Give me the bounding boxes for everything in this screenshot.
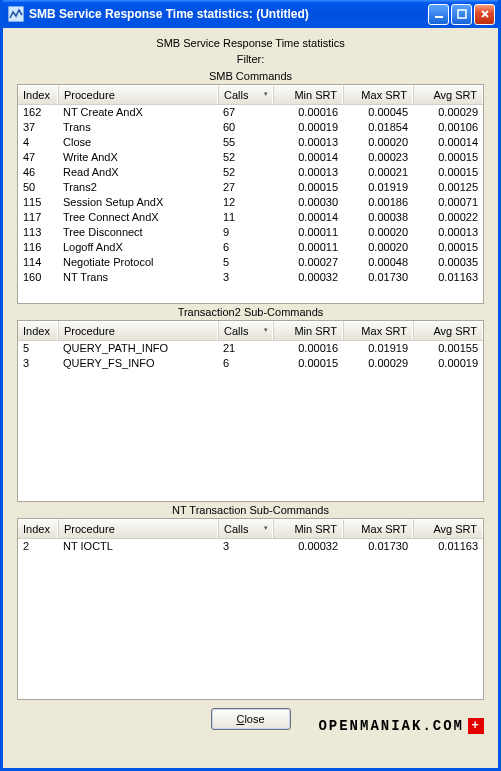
table-row[interactable]: 115Session Setup AndX120.000300.001860.0…: [18, 195, 483, 210]
cell-avg-srt: 0.00015: [413, 240, 483, 255]
cell-index: 4: [18, 135, 58, 150]
cell-index: 46: [18, 165, 58, 180]
cell-max-srt: 0.00020: [343, 225, 413, 240]
cell-avg-srt: 0.01163: [413, 270, 483, 285]
cell-min-srt: 0.00030: [273, 195, 343, 210]
col-index[interactable]: Index: [18, 519, 58, 538]
cell-calls: 6: [218, 240, 273, 255]
cell-index: 113: [18, 225, 58, 240]
cell-avg-srt: 0.00015: [413, 165, 483, 180]
watermark: OPENMANIAK.COM +: [318, 718, 484, 734]
cell-calls: 52: [218, 165, 273, 180]
cell-calls: 5: [218, 255, 273, 270]
table-row[interactable]: 37Trans600.000190.018540.00106: [18, 120, 483, 135]
col-avg-srt[interactable]: Avg SRT: [413, 321, 483, 340]
col-calls[interactable]: Calls▾: [218, 321, 273, 340]
cell-avg-srt: 0.00013: [413, 225, 483, 240]
table-row[interactable]: 4Close550.000130.000200.00014: [18, 135, 483, 150]
cell-avg-srt: 0.00035: [413, 255, 483, 270]
content: SMB Service Response Time statistics Fil…: [3, 28, 498, 768]
table-row[interactable]: 46Read AndX520.000130.000210.00015: [18, 165, 483, 180]
maximize-button[interactable]: [451, 4, 472, 25]
table-row[interactable]: 160NT Trans30.000320.017300.01163: [18, 270, 483, 285]
minimize-button[interactable]: [428, 4, 449, 25]
col-procedure[interactable]: Procedure: [58, 519, 218, 538]
svg-rect-2: [458, 10, 466, 18]
close-window-button[interactable]: [474, 4, 495, 25]
cell-max-srt: 0.00186: [343, 195, 413, 210]
col-max-srt[interactable]: Max SRT: [343, 85, 413, 104]
cell-procedure: QUERY_PATH_INFO: [58, 341, 218, 356]
trans2-body[interactable]: 5QUERY_PATH_INFO210.000160.019190.001553…: [18, 341, 483, 501]
cell-min-srt: 0.00016: [273, 341, 343, 356]
cell-min-srt: 0.00014: [273, 210, 343, 225]
titlebar[interactable]: SMB Service Response Time statistics: (U…: [3, 0, 498, 28]
trans2-table: Index Procedure Calls▾ Min SRT Max SRT A…: [17, 320, 484, 502]
cell-index: 162: [18, 105, 58, 120]
col-avg-srt[interactable]: Avg SRT: [413, 519, 483, 538]
cell-max-srt: 0.00048: [343, 255, 413, 270]
col-min-srt[interactable]: Min SRT: [273, 85, 343, 104]
cell-min-srt: 0.00013: [273, 165, 343, 180]
cell-max-srt: 0.00038: [343, 210, 413, 225]
col-max-srt[interactable]: Max SRT: [343, 321, 413, 340]
table-row[interactable]: 5QUERY_PATH_INFO210.000160.019190.00155: [18, 341, 483, 356]
cell-calls: 12: [218, 195, 273, 210]
table-row[interactable]: 47Write AndX520.000140.000230.00015: [18, 150, 483, 165]
cell-index: 115: [18, 195, 58, 210]
cell-index: 37: [18, 120, 58, 135]
cell-index: 47: [18, 150, 58, 165]
app-icon: [8, 6, 24, 22]
section-label-smb: SMB Commands: [17, 70, 484, 82]
cell-calls: 3: [218, 539, 273, 554]
table-row[interactable]: 50Trans2270.000150.019190.00125: [18, 180, 483, 195]
cell-procedure: Session Setup AndX: [58, 195, 218, 210]
bottom-bar: Close OPENMANIAK.COM +: [17, 700, 484, 734]
caption-line1: SMB Service Response Time statistics: [17, 36, 484, 50]
table-row[interactable]: 114Negotiate Protocol50.000270.000480.00…: [18, 255, 483, 270]
close-button[interactable]: Close: [211, 708, 291, 730]
cell-procedure: Write AndX: [58, 150, 218, 165]
cell-index: 5: [18, 341, 58, 356]
sort-indicator-icon: ▾: [264, 326, 268, 334]
cell-index: 3: [18, 356, 58, 371]
cell-procedure: Close: [58, 135, 218, 150]
table-row[interactable]: 162NT Create AndX670.000160.000450.00029: [18, 105, 483, 120]
cell-max-srt: 0.01730: [343, 539, 413, 554]
col-procedure[interactable]: Procedure: [58, 85, 218, 104]
table-row[interactable]: 2NT IOCTL30.000320.017300.01163: [18, 539, 483, 554]
cell-min-srt: 0.00019: [273, 120, 343, 135]
col-calls[interactable]: Calls▾: [218, 519, 273, 538]
col-index[interactable]: Index: [18, 85, 58, 104]
cell-min-srt: 0.00015: [273, 180, 343, 195]
smb-body[interactable]: 162NT Create AndX670.000160.000450.00029…: [18, 105, 483, 303]
col-min-srt[interactable]: Min SRT: [273, 321, 343, 340]
col-avg-srt[interactable]: Avg SRT: [413, 85, 483, 104]
watermark-text: OPENMANIAK.COM: [318, 718, 464, 734]
cell-calls: 60: [218, 120, 273, 135]
cell-min-srt: 0.00014: [273, 150, 343, 165]
cell-calls: 27: [218, 180, 273, 195]
col-max-srt[interactable]: Max SRT: [343, 519, 413, 538]
cell-procedure: Tree Connect AndX: [58, 210, 218, 225]
nttrans-body[interactable]: 2NT IOCTL30.000320.017300.01163: [18, 539, 483, 699]
table-row[interactable]: 3QUERY_FS_INFO60.000150.000290.00019: [18, 356, 483, 371]
col-index[interactable]: Index: [18, 321, 58, 340]
table-header: Index Procedure Calls▾ Min SRT Max SRT A…: [18, 85, 483, 105]
cell-max-srt: 0.01919: [343, 341, 413, 356]
col-calls[interactable]: Calls▾: [218, 85, 273, 104]
col-min-srt[interactable]: Min SRT: [273, 519, 343, 538]
cell-index: 50: [18, 180, 58, 195]
cell-avg-srt: 0.00029: [413, 105, 483, 120]
table-row[interactable]: 116Logoff AndX60.000110.000200.00015: [18, 240, 483, 255]
cell-index: 114: [18, 255, 58, 270]
table-row[interactable]: 113Tree Disconnect90.000110.000200.00013: [18, 225, 483, 240]
section-label-nttrans: NT Transaction Sub-Commands: [17, 504, 484, 516]
cell-min-srt: 0.00032: [273, 270, 343, 285]
col-procedure[interactable]: Procedure: [58, 321, 218, 340]
cell-min-srt: 0.00032: [273, 539, 343, 554]
swiss-flag-icon: +: [468, 718, 484, 734]
cell-index: 116: [18, 240, 58, 255]
cell-min-srt: 0.00027: [273, 255, 343, 270]
table-row[interactable]: 117Tree Connect AndX110.000140.000380.00…: [18, 210, 483, 225]
